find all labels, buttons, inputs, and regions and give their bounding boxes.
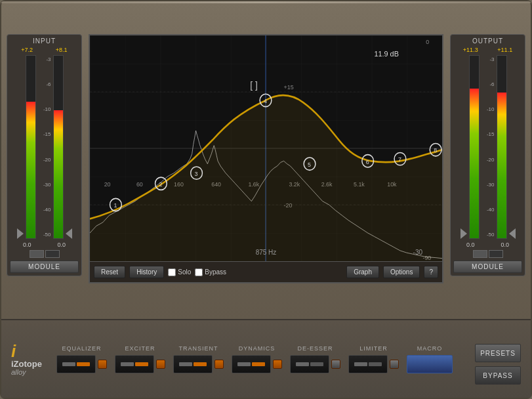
transient-slot [173,355,213,373]
transient-module: TRANSIENT [173,345,224,373]
solo-checkbox[interactable] [168,268,176,276]
macro-label: MACRO [417,345,443,352]
svg-text:7: 7 [398,156,401,163]
logo-i-icon: i [11,343,16,360]
exciter-label: EXCITER [125,345,155,352]
options-button[interactable]: Options [383,266,420,278]
help-button[interactable]: ? [424,266,438,278]
output-section: OUTPUT +11.3 +11.1 -3 -6 -10 -15 -20 -30… [450,34,525,276]
svg-text:11.9 dB: 11.9 dB [375,50,399,58]
output-right-arrow[interactable] [509,228,516,239]
svg-text:6: 6 [366,158,369,165]
svg-text:60: 60 [136,181,143,188]
macro-controls [407,355,453,373]
logo-brand: iZotope [11,360,42,368]
equalizer-slot [56,355,96,373]
izotope-logo: i iZotope alloy [11,343,42,376]
output-levels: +11.3 +11.1 [453,47,522,53]
input-bottom-left: 0.0 [23,242,31,248]
dynamics-label: DYNAMICS [239,345,276,352]
graph-button[interactable]: Graph [346,266,379,278]
bottom-section: i iZotope alloy EQUALIZER EXCITER [1,319,531,398]
dynamics-toggle[interactable] [273,360,282,369]
input-label: INPUT [10,37,79,45]
output-meter-right-fill [497,93,506,238]
deesser-controls [290,355,340,373]
logo-product: alloy [11,368,26,376]
output-meter-left [469,55,480,239]
eq-display: Show Info 1x [89,34,443,284]
svg-text:3: 3 [195,171,198,177]
input-right-arrow[interactable] [66,228,72,239]
ex-bar-2 [135,362,148,366]
output-left-arrow[interactable] [460,228,467,239]
input-bottom-values: 0.0 0.0 [10,242,79,248]
bypass-group: Bypass [195,268,226,276]
output-meter-right [497,55,507,239]
dynamics-module: DYNAMICS [232,345,282,373]
svg-text:5: 5 [308,161,311,168]
output-bottom-values: 0.0 0.0 [453,242,522,248]
dy-bar-2 [252,362,265,366]
exciter-module: EXCITER [115,345,165,373]
deesser-toggle[interactable] [331,360,340,369]
tr-bar-1 [179,362,192,366]
dynamics-slot [232,355,271,373]
solo-label: Solo [178,268,191,276]
deesser-module: DE-ESSER [290,345,340,373]
input-meters: -3 -6 -10 -15 -20 -30 -40 -50 [10,55,79,239]
input-link-right[interactable] [45,250,60,258]
output-link-left[interactable] [473,250,487,258]
input-bottom-right: 0.0 [57,242,66,248]
svg-text:20: 20 [104,181,111,188]
svg-text:1: 1 [113,202,117,209]
dy-bar-1 [237,362,251,366]
master-bypass-button[interactable]: BYPASS [475,366,521,385]
svg-text:+15: +15 [284,83,294,90]
tr-bar-2 [194,362,207,366]
history-button[interactable]: History [129,266,164,278]
input-meter-right-fill [54,110,63,238]
equalizer-controls [56,355,107,373]
input-scale: -3 -6 -10 -15 -20 -30 -40 -50 [38,55,51,239]
output-link-right[interactable] [489,250,503,258]
solo-group: Solo [168,268,191,276]
input-link [10,250,79,258]
exciter-slot [115,355,154,373]
equalizer-toggle[interactable] [98,360,107,369]
de-bar-2 [310,362,323,366]
svg-text:8: 8 [434,147,437,154]
output-meter-left-fill [470,89,479,238]
macro-module: MACRO [407,345,453,373]
output-module-button[interactable]: MODULE [453,261,522,273]
input-link-left[interactable] [30,250,44,258]
eq-controls-bar: Reset History Solo Bypass Graph Options … [90,261,442,282]
exciter-controls [115,355,165,373]
eq-bar-2 [77,362,90,366]
output-meters: -3 -6 -10 -15 -20 -30 -40 -50 [453,55,522,239]
input-left-arrow[interactable] [17,228,24,239]
main-container: INPUT +7.2 +8.1 -3 -6 -10 -15 -20 -30 -4… [0,0,532,399]
li-bar-2 [369,362,382,366]
db-display: -30 [413,249,422,256]
macro-button[interactable] [407,355,453,373]
presets-button[interactable]: PRESETS [475,344,521,362]
input-levels: +7.2 +8.1 [10,47,79,53]
limiter-controls [348,355,399,373]
eq-curve-svg: +15 -20 0 -90 20 60 160 640 1.6k 3.2k 2.… [90,35,442,261]
bypass-checkbox[interactable] [195,268,203,276]
eq-canvas[interactable]: Show Info 1x [90,35,442,282]
input-meter-left [26,55,36,239]
output-link [453,250,522,258]
transient-toggle[interactable] [215,360,224,369]
limiter-slot [348,355,388,373]
exciter-toggle[interactable] [156,360,165,369]
output-scale: -3 -6 -10 -15 -20 -30 -40 -50 [481,55,495,239]
input-module-button[interactable]: MODULE [10,261,79,273]
reset-button[interactable]: Reset [94,266,125,278]
equalizer-module: EQUALIZER [56,345,107,373]
limiter-toggle[interactable] [390,360,399,369]
de-bar-1 [296,362,309,366]
input-meter-right [53,55,64,239]
input-meter-left-fill [26,102,35,239]
